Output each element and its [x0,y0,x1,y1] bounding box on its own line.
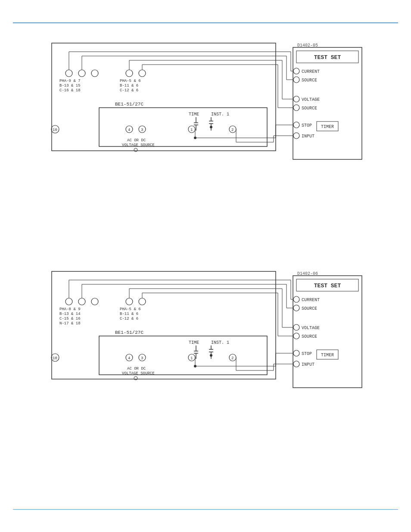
svg-text:4: 4 [128,356,130,361]
diag2-left-label1: PHA-8 & 9 [59,307,81,311]
svg-text:VOLTAGE SOURCE: VOLTAGE SOURCE [122,143,155,147]
svg-text:C-12 & 6: C-12 & 6 [120,88,138,93]
svg-rect-2 [293,47,362,159]
svg-point-6 [91,70,98,77]
bottom-divider [13,509,398,510]
svg-text:2: 2 [231,356,234,361]
svg-text:VOLTAGE SOURCE: VOLTAGE SOURCE [122,371,155,376]
diag1-timer-label: TIMER [321,124,334,129]
svg-text:B-13 & 15: B-13 & 15 [59,84,81,88]
svg-text:B-11 & 6: B-11 & 6 [120,84,138,88]
svg-text:SOURCE: SOURCE [302,78,317,83]
diag2-current-label: CURRENT [302,298,320,302]
svg-text:C-16 & 18: C-16 & 18 [59,88,81,93]
svg-point-123 [194,365,196,367]
svg-point-131 [293,324,299,330]
diag2-timer-label: TIMER [321,353,334,358]
svg-text:SOURCE: SOURCE [302,334,317,339]
diag1-left-label1: PHA-9 & 7 [59,79,81,83]
diag1-voltage-label: VOLTAGE [302,97,320,102]
diag2-id: D1402-06 [297,271,318,276]
svg-point-132 [293,333,299,339]
svg-text:SOURCE: SOURCE [302,106,317,111]
diag1-time-label: TIME [189,112,199,117]
test-set-label-2: TEST SET [314,283,341,289]
diag1-relay-label: BE1-51/27C [115,102,143,107]
svg-text:10: 10 [53,356,57,361]
svg-point-135 [293,361,299,367]
svg-text:B-11 & 6: B-11 & 6 [120,312,138,316]
svg-point-128 [293,296,299,302]
diagram-1-svg: TEST SET D1402-05 PHA-9 & 7 B-13 & 15 C-… [43,39,379,172]
svg-point-129 [293,305,299,311]
diag2-relay-label: BE1-51/27C [115,330,143,335]
diagram-2-svg: TEST SET D1402-06 PHA-8 & 9 B-13 & 14 C-… [43,267,379,401]
svg-text:SOURCE: SOURCE [302,306,317,311]
diag1-inst-label: INST. 1 [211,112,229,117]
svg-point-134 [293,350,299,356]
svg-point-65 [293,122,299,128]
svg-text:B-13 & 14: B-13 & 14 [59,312,81,316]
svg-point-5 [78,70,85,77]
svg-text:C-15 & 16: C-15 & 16 [59,317,81,321]
diag1-id: D1402-05 [297,43,318,48]
svg-point-72 [65,298,72,305]
diagram-2: TEST SET D1402-06 PHA-8 & 9 B-13 & 14 C-… [43,267,379,401]
diag1-left-label2: PHA-5 & 6 [120,79,141,83]
diag1-acdclabel: AC OR DC [127,138,146,143]
svg-point-102 [134,376,137,380]
svg-text:3: 3 [141,356,143,361]
svg-point-54 [194,137,196,139]
diagram-1: TEST SET D1402-05 PHA-9 & 7 B-13 & 15 C-… [43,39,379,172]
svg-point-75 [126,298,133,305]
svg-point-73 [78,298,85,305]
top-divider [13,22,398,23]
svg-point-66 [293,133,299,139]
diag1-stop-label: STOP [302,123,312,128]
svg-point-60 [293,77,299,83]
svg-text:10: 10 [53,128,57,132]
svg-point-4 [65,70,72,77]
svg-rect-1 [99,108,267,146]
diag2-stop-label: STOP [302,352,312,356]
diag1-input-label: INPUT [302,134,314,139]
diag2-voltage-label: VOLTAGE [302,326,320,330]
diag2-time-label: TIME [189,340,199,345]
svg-point-63 [293,105,299,111]
svg-text:C-12 & 6: C-12 & 6 [120,317,138,321]
svg-point-7 [126,70,133,77]
svg-text:N-17 & 18: N-17 & 18 [59,321,81,326]
svg-point-8 [139,70,146,77]
svg-point-62 [293,96,299,102]
diag1-current-label: CURRENT [302,69,320,74]
svg-rect-70 [293,276,362,388]
svg-point-33 [134,148,137,152]
diag2-input-label: INPUT [302,362,314,367]
svg-rect-69 [99,336,267,375]
diag2-left-label2: PHA-5 & 6 [120,307,141,311]
svg-text:1: 1 [190,128,193,132]
svg-text:2: 2 [231,128,234,132]
svg-point-59 [293,68,299,74]
svg-rect-0 [52,43,276,151]
svg-text:1: 1 [190,356,193,361]
svg-text:4: 4 [128,128,130,132]
svg-point-74 [91,298,98,305]
svg-text:3: 3 [141,128,143,132]
diag2-inst-label: INST. 1 [211,340,229,345]
svg-rect-68 [52,271,276,379]
diag2-acdclabel: AC OR DC [127,367,146,371]
svg-point-76 [139,298,146,305]
test-set-label-1: TEST SET [314,54,341,61]
